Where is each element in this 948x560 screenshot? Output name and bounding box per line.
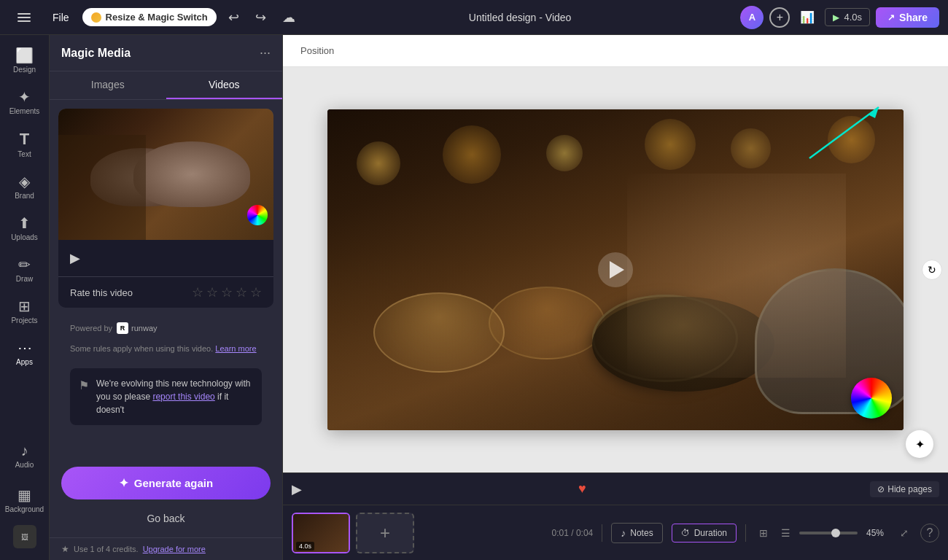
share-button[interactable]: ↗ Share xyxy=(876,7,939,28)
video-play-overlay[interactable] xyxy=(598,252,633,287)
canvas-wrapper: ✦ ↻ xyxy=(283,67,948,472)
notes-button[interactable]: ♪ Notes xyxy=(611,523,662,543)
duration-icon: ⏱ xyxy=(681,528,690,538)
hide-pages-button[interactable]: ⊘ Hide pages xyxy=(870,481,939,497)
credits-text: Use 1 of 4 credits. xyxy=(74,545,139,553)
text-icon: T xyxy=(20,130,29,149)
video-play-button[interactable]: ▶ xyxy=(58,240,273,276)
topbar: File Resize & Magic Switch ↩ ↪ ☁ Untitle… xyxy=(0,0,948,35)
timeline-divider xyxy=(602,524,602,542)
report-link[interactable]: report this video xyxy=(152,392,214,402)
hamburger-icon xyxy=(15,10,34,25)
sidebar-panel: Magic Media ··· Images Videos ▶ xyxy=(50,35,283,560)
sidebar-content: ▶ Rate this video ☆ ☆ ☆ ☆ ☆ Powered by R xyxy=(50,100,282,467)
play-icon: ▶ xyxy=(70,250,80,266)
audio-icon: ♪ xyxy=(21,443,28,459)
powered-label: Powered by xyxy=(70,324,112,332)
tab-images[interactable]: Images xyxy=(50,71,166,99)
ai-assistant-button[interactable]: ✦ xyxy=(906,430,933,458)
video-card: ▶ Rate this video ☆ ☆ ☆ ☆ ☆ xyxy=(58,109,273,308)
expand-button[interactable]: ⤢ xyxy=(897,524,912,542)
canvas-refresh-button[interactable]: ↻ xyxy=(922,260,942,280)
notes-icon: ♪ xyxy=(621,527,626,539)
upgrade-link[interactable]: Upgrade for more xyxy=(143,545,206,553)
hamburger-menu[interactable] xyxy=(9,7,39,28)
redo-button[interactable]: ↪ xyxy=(251,7,271,28)
timeline: ▶ ♥ ⊘ Hide pages 4.0s + 0:01 / 0:04 xyxy=(283,472,948,560)
sidebar-item-design[interactable]: ⬜ Design xyxy=(3,41,47,79)
timeline-play-button[interactable]: ▶ xyxy=(292,481,302,497)
track-thumbnail[interactable]: 4.0s xyxy=(292,513,350,553)
help-button[interactable]: ? xyxy=(920,524,939,542)
notice-box: ⚑ We're evolving this new technology wit… xyxy=(70,368,262,425)
runway-name: runway xyxy=(131,324,157,332)
user-thumbnail[interactable]: 🖼 xyxy=(13,525,36,548)
timer-button[interactable]: ▶ 4.0s xyxy=(825,8,870,26)
background-icon: ▦ xyxy=(18,486,31,504)
star-3[interactable]: ☆ xyxy=(221,284,233,300)
undo-button[interactable]: ↩ xyxy=(224,7,244,28)
duration-button[interactable]: ⏱ Duration xyxy=(672,524,737,542)
tab-videos[interactable]: Videos xyxy=(166,71,283,99)
runway-r-icon: R xyxy=(117,322,128,334)
sidebar-item-elements[interactable]: ✦ Elements xyxy=(3,82,47,121)
learn-more-link[interactable]: Learn more xyxy=(215,344,256,353)
arrow-indicator xyxy=(802,104,890,162)
generate-again-button[interactable]: ✦ Generate again xyxy=(61,467,271,499)
runway-logo: R runway xyxy=(117,322,157,334)
rate-label: Rate this video xyxy=(70,287,133,298)
add-collaborator-button[interactable]: + xyxy=(769,7,790,28)
zoom-slider[interactable] xyxy=(799,532,858,534)
main-area: ⬜ Design ✦ Elements T Text ◈ Brand ⬆ Upl… xyxy=(0,35,948,560)
canvas-toolbar: Position xyxy=(283,35,948,67)
timeline-toolbar: ▶ ♥ ⊘ Hide pages xyxy=(283,473,948,505)
brand-icon: ◈ xyxy=(19,173,30,190)
magic-gen-icon: ✦ xyxy=(119,476,128,490)
star-4[interactable]: ☆ xyxy=(236,284,247,300)
sidebar-item-text[interactable]: T Text xyxy=(3,124,47,164)
zoom-percentage: 45% xyxy=(862,528,888,538)
sidebar-title: Magic Media xyxy=(61,47,131,60)
sidebar-item-uploads[interactable]: ⬆ Uploads xyxy=(3,209,47,247)
powered-by-row: Powered by R runway xyxy=(58,316,273,340)
iconbar-bottom: ♪ Audio ▦ Background 🖼 xyxy=(3,431,47,554)
star-1[interactable]: ☆ xyxy=(192,284,203,300)
elements-icon: ✦ xyxy=(18,88,31,106)
topbar-right: A + 📊 ▶ 4.0s ↗ Share xyxy=(740,6,939,29)
add-track-button[interactable]: + xyxy=(356,513,414,553)
file-menu[interactable]: File xyxy=(47,9,75,26)
draw-icon: ✏ xyxy=(18,256,31,273)
sidebar-tabs: Images Videos xyxy=(50,71,282,100)
magic-switch-button[interactable]: Resize & Magic Switch xyxy=(82,8,217,26)
go-back-button[interactable]: Go back xyxy=(61,507,271,530)
star-2[interactable]: ☆ xyxy=(206,284,218,300)
rules-row: Some rules apply when using this video. … xyxy=(58,340,273,362)
topbar-center: Untitled design - Video xyxy=(469,12,572,23)
star-rating[interactable]: ☆ ☆ ☆ ☆ ☆ xyxy=(192,284,262,300)
canvas-area: Position xyxy=(283,35,948,560)
design-title: Untitled design - Video xyxy=(469,12,572,23)
zoom-thumb[interactable] xyxy=(831,529,840,537)
heart-button[interactable]: ♥ xyxy=(578,481,586,497)
save-cloud-button[interactable]: ☁ xyxy=(278,7,300,28)
sidebar-item-draw[interactable]: ✏ Draw xyxy=(3,250,47,289)
color-palette-corner xyxy=(851,378,892,419)
sidebar-more-button[interactable]: ··· xyxy=(260,45,271,61)
sidebar-item-apps[interactable]: ⋯ Apps xyxy=(3,333,47,372)
video-thumbnail xyxy=(58,109,273,240)
iconbar: ⬜ Design ✦ Elements T Text ◈ Brand ⬆ Upl… xyxy=(0,35,50,560)
rate-row: Rate this video ☆ ☆ ☆ ☆ ☆ xyxy=(58,276,273,308)
star-5[interactable]: ☆ xyxy=(250,284,262,300)
sidebar-item-background[interactable]: ▦ Background xyxy=(3,481,47,519)
sidebar-item-projects[interactable]: ⊞ Projects xyxy=(3,292,47,330)
position-button[interactable]: Position xyxy=(295,42,340,59)
projects-icon: ⊞ xyxy=(18,298,31,315)
sidebar-item-audio[interactable]: ♪ Audio xyxy=(3,437,47,475)
grid-view-button[interactable]: ⊞ xyxy=(755,524,772,542)
magic-dot-icon xyxy=(91,12,101,23)
list-view-button[interactable]: ☰ xyxy=(777,524,795,542)
rules-text: Some rules apply when using this video. xyxy=(70,344,213,353)
sidebar-item-brand[interactable]: ◈ Brand xyxy=(3,167,47,206)
apps-icon: ⋯ xyxy=(18,339,32,357)
analytics-button[interactable]: 📊 xyxy=(796,7,819,27)
